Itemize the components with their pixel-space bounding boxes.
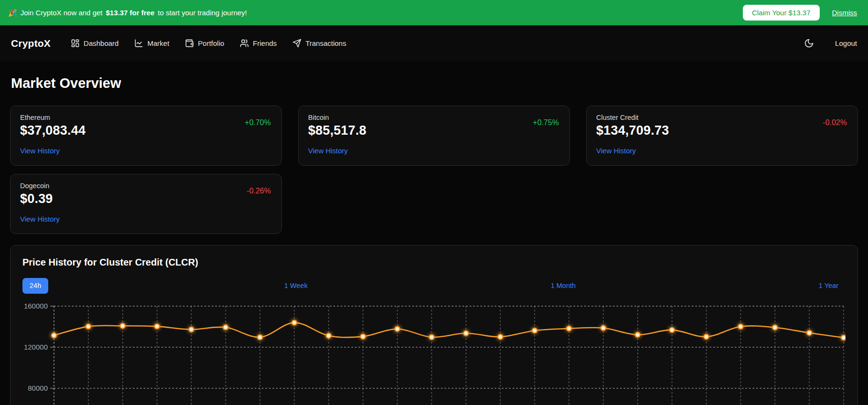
time-range-selector: 24h 1 Week 1 Month 1 Year bbox=[22, 278, 846, 294]
coin-card-cluster-credit: Cluster Credit $134,709.73 -0.02% View H… bbox=[586, 106, 858, 166]
coin-change-badge: -0.02% bbox=[823, 118, 847, 127]
theme-toggle-button[interactable] bbox=[804, 38, 814, 48]
nav-label: Transactions bbox=[305, 39, 346, 47]
nav-items: Dashboard Market Portfolio Friends Trans… bbox=[71, 39, 346, 48]
promo-text-bold: $13.37 for free bbox=[106, 9, 155, 17]
view-history-link[interactable]: View History bbox=[308, 147, 348, 155]
coin-card-dogecoin: Dogecoin $0.39 -0.26% View History bbox=[10, 174, 282, 234]
range-button-1-week[interactable]: 1 Week bbox=[277, 278, 315, 294]
svg-text:120000: 120000 bbox=[24, 343, 48, 351]
dismiss-banner-link[interactable]: Dismiss bbox=[832, 9, 857, 17]
line-chart-canvas: 16000012000080000 bbox=[22, 300, 846, 405]
price-line-chart: 16000012000080000 bbox=[22, 300, 846, 405]
nav-item-friends[interactable]: Friends bbox=[240, 39, 277, 48]
send-icon bbox=[292, 39, 301, 48]
coin-name: Cluster Credit bbox=[596, 114, 848, 121]
svg-text:80000: 80000 bbox=[28, 384, 48, 392]
range-button-24h[interactable]: 24h bbox=[22, 278, 48, 294]
view-history-link[interactable]: View History bbox=[596, 147, 636, 155]
main-content: Market Overview Ethereum $37,083.44 +0.7… bbox=[0, 75, 868, 405]
dashboard-grid-icon bbox=[71, 39, 80, 48]
coin-price: $37,083.44 bbox=[20, 123, 272, 138]
page-title: Market Overview bbox=[11, 75, 857, 91]
nav-right: Logout bbox=[804, 38, 857, 48]
coin-price: $85,517.8 bbox=[308, 123, 560, 138]
nav-item-portfolio[interactable]: Portfolio bbox=[185, 39, 224, 48]
coin-name: Bitcoin bbox=[308, 114, 560, 121]
nav-label: Dashboard bbox=[84, 39, 118, 47]
brand-logo[interactable]: CryptoX bbox=[11, 38, 51, 49]
coin-price: $0.39 bbox=[20, 192, 272, 206]
market-cards: Ethereum $37,083.44 +0.70% View History … bbox=[10, 106, 858, 234]
nav-label: Market bbox=[147, 39, 169, 47]
view-history-link[interactable]: View History bbox=[20, 215, 60, 223]
coin-change-badge: +0.75% bbox=[533, 118, 559, 127]
promo-message: 🎉 Join CryptoX now and get $13.37 for fr… bbox=[8, 9, 743, 17]
nav-label: Portfolio bbox=[198, 39, 224, 47]
coin-card-ethereum: Ethereum $37,083.44 +0.70% View History bbox=[10, 106, 282, 166]
chart-title: Price History for Cluster Credit (CLCR) bbox=[22, 257, 846, 268]
coin-name: Ethereum bbox=[20, 114, 272, 121]
chart-line-icon bbox=[134, 39, 143, 48]
party-popper-icon: 🎉 bbox=[8, 9, 17, 17]
nav-item-market[interactable]: Market bbox=[134, 39, 169, 48]
coin-card-bitcoin: Bitcoin $85,517.8 +0.75% View History bbox=[298, 106, 570, 166]
promo-text-prefix: Join CryptoX now and get bbox=[21, 9, 103, 17]
price-history-panel: Price History for Cluster Credit (CLCR) … bbox=[10, 245, 858, 405]
promo-text-suffix: to start your trading journey! bbox=[158, 9, 247, 17]
coin-change-badge: -0.26% bbox=[246, 187, 271, 195]
coin-name: Dogecoin bbox=[20, 182, 272, 190]
promo-banner: 🎉 Join CryptoX now and get $13.37 for fr… bbox=[0, 0, 868, 25]
nav-item-transactions[interactable]: Transactions bbox=[292, 39, 346, 48]
nav-label: Friends bbox=[253, 39, 277, 47]
logout-button[interactable]: Logout bbox=[835, 39, 857, 47]
svg-text:160000: 160000 bbox=[24, 302, 48, 310]
coin-price: $134,709.73 bbox=[596, 123, 848, 138]
range-button-1-month[interactable]: 1 Month bbox=[544, 278, 583, 294]
range-button-1-year[interactable]: 1 Year bbox=[812, 278, 846, 294]
users-icon bbox=[240, 39, 249, 48]
coin-change-badge: +0.70% bbox=[245, 118, 271, 127]
wallet-icon bbox=[185, 39, 194, 48]
top-navbar: CryptoX Dashboard Market Portfolio Frien… bbox=[0, 25, 868, 61]
claim-bonus-button[interactable]: Claim Your $13.37 bbox=[743, 5, 820, 21]
view-history-link[interactable]: View History bbox=[20, 147, 60, 155]
nav-item-dashboard[interactable]: Dashboard bbox=[71, 39, 118, 48]
moon-icon bbox=[804, 38, 814, 48]
